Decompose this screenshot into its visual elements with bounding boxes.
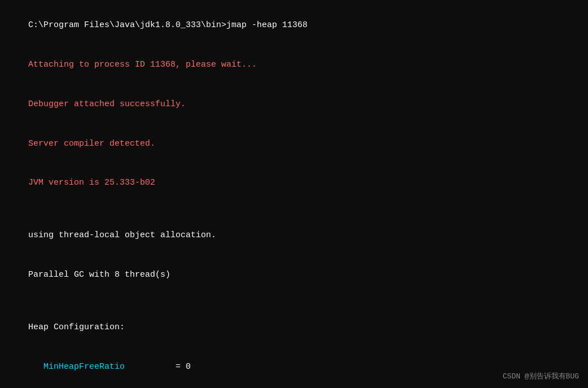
blank-line-2 (8, 295, 580, 308)
jvm-line: JVM version is 25.333-b02 (8, 163, 580, 203)
server-text: Server compiler detected. (28, 139, 155, 149)
config-minheap: MinHeapFreeRatio = 0 (8, 347, 580, 387)
using-line: using thread-local object allocation. (8, 216, 580, 255)
config-val-minheap: 0 (186, 362, 191, 372)
debug-line: Debugger attached successfully. (8, 85, 580, 124)
heap-config-text: Heap Configuration: (28, 322, 125, 332)
server-line: Server compiler detected. (8, 124, 580, 163)
attach-line: Attaching to process ID 11368, please wa… (8, 45, 580, 85)
attach-text: Attaching to process ID 11368, please wa… (28, 60, 257, 69)
watermark: CSDN @别告诉我有BUG (503, 371, 579, 381)
using-text: using thread-local object allocation. (28, 230, 216, 240)
cmd-line: C:\Program Files\Java\jdk1.8.0_333\bin>j… (8, 6, 580, 45)
parallel-line: Parallel GC with 8 thread(s) (8, 255, 580, 295)
jvm-text: JVM version is 25.333-b02 (28, 178, 155, 188)
cmd-text: C:\Program Files\Java\jdk1.8.0_333\bin>j… (28, 20, 308, 30)
watermark-text: CSDN @别告诉我有BUG (503, 372, 579, 381)
heap-config-header: Heap Configuration: (8, 308, 580, 347)
terminal: C:\Program Files\Java\jdk1.8.0_333\bin>j… (0, 0, 588, 388)
debug-text: Debugger attached successfully. (28, 99, 186, 109)
parallel-text: Parallel GC with 8 thread(s) (28, 270, 170, 280)
blank-line-1 (8, 203, 580, 216)
config-key-minheap: MinHeapFreeRatio (28, 362, 170, 372)
